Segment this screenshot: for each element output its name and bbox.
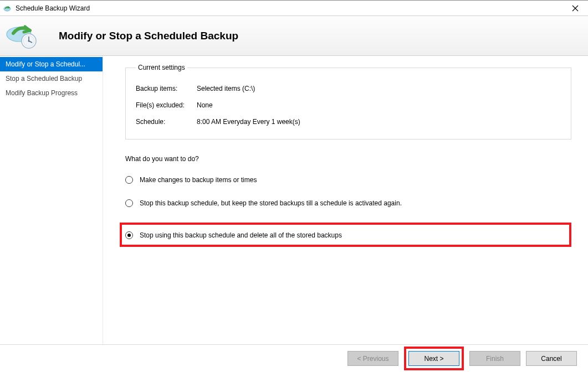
next-button-highlight: Next > bbox=[404, 347, 464, 370]
page-heading: Modify or Stop a Scheduled Backup bbox=[59, 30, 238, 42]
sidebar-step-item[interactable]: Modify or Stop a Schedul... bbox=[0, 57, 103, 71]
next-button[interactable]: Next > bbox=[408, 351, 459, 366]
wizard-body: Modify or Stop a Schedul...Stop a Schedu… bbox=[0, 56, 588, 344]
radio-label: Stop this backup schedule, but keep the … bbox=[140, 199, 402, 207]
wizard-header: Modify or Stop a Scheduled Backup bbox=[0, 16, 588, 56]
wizard-content: Current settings Backup items:Selected i… bbox=[103, 56, 588, 344]
sidebar-step-item[interactable]: Stop a Scheduled Backup bbox=[0, 71, 103, 86]
settings-value: None bbox=[197, 101, 213, 109]
settings-label: Schedule: bbox=[136, 118, 197, 126]
finish-button: Finish bbox=[469, 351, 520, 366]
radio-label: Make changes to backup items or times bbox=[140, 176, 257, 184]
previous-button: < Previous bbox=[347, 351, 398, 366]
sidebar-step-item[interactable]: Modify Backup Progress bbox=[0, 86, 103, 100]
radio-option[interactable]: Make changes to backup items or times bbox=[125, 176, 571, 184]
settings-value: Selected items (C:\) bbox=[197, 85, 255, 92]
radio-icon bbox=[125, 231, 133, 239]
current-settings-legend: Current settings bbox=[136, 64, 187, 71]
settings-row: File(s) excluded:None bbox=[136, 101, 561, 109]
radio-label: Stop using this backup schedule and dele… bbox=[140, 231, 342, 239]
current-settings-group: Current settings Backup items:Selected i… bbox=[125, 64, 571, 140]
settings-label: Backup items: bbox=[136, 85, 197, 92]
radio-option[interactable]: Stop using this backup schedule and dele… bbox=[125, 231, 565, 239]
close-button[interactable] bbox=[563, 1, 588, 16]
app-icon bbox=[3, 4, 12, 13]
wizard-steps-sidebar: Modify or Stop a Schedul...Stop a Schedu… bbox=[0, 56, 103, 344]
settings-value: 8:00 AM Everyday Every 1 week(s) bbox=[197, 118, 300, 126]
radio-option[interactable]: Stop this backup schedule, but keep the … bbox=[125, 199, 571, 207]
settings-row: Backup items:Selected items (C:\) bbox=[136, 85, 561, 92]
titlebar: Schedule Backup Wizard bbox=[0, 1, 588, 16]
svg-point-6 bbox=[28, 40, 30, 42]
selected-radio-highlight: Stop using this backup schedule and dele… bbox=[120, 223, 571, 247]
header-backup-icon bbox=[6, 22, 39, 50]
question-text: What do you want to do? bbox=[125, 155, 571, 163]
cancel-button[interactable]: Cancel bbox=[526, 351, 577, 366]
radio-icon bbox=[125, 176, 133, 184]
settings-label: File(s) excluded: bbox=[136, 101, 197, 109]
radio-icon bbox=[125, 199, 133, 207]
settings-row: Schedule:8:00 AM Everyday Every 1 week(s… bbox=[136, 118, 561, 126]
wizard-footer: < Previous Next > Finish Cancel bbox=[0, 344, 588, 372]
window-title: Schedule Backup Wizard bbox=[16, 4, 563, 12]
